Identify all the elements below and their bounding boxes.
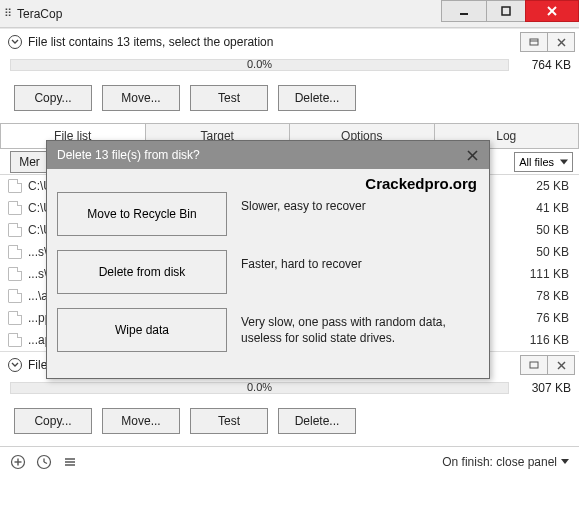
file-icon bbox=[8, 223, 22, 237]
progress-bar: 0.0% bbox=[10, 382, 509, 394]
dialog-option-button[interactable]: Wipe data bbox=[57, 308, 227, 352]
file-icon bbox=[8, 245, 22, 259]
close-panel-button[interactable] bbox=[547, 355, 575, 375]
dialog-option-button[interactable]: Delete from disk bbox=[57, 250, 227, 294]
svg-rect-1 bbox=[502, 7, 510, 15]
copy-button[interactable]: Copy... bbox=[14, 85, 92, 111]
filter-select[interactable]: All files bbox=[514, 152, 573, 172]
dialog-option-desc: Slower, easy to recover bbox=[241, 192, 366, 214]
file-size: 76 KB bbox=[509, 311, 569, 325]
file-icon bbox=[8, 333, 22, 347]
watermark: Crackedpro.org bbox=[57, 173, 479, 192]
dialog-option-button[interactable]: Move to Recycle Bin bbox=[57, 192, 227, 236]
dialog-close-button[interactable] bbox=[461, 145, 483, 165]
move-button[interactable]: Move... bbox=[102, 408, 180, 434]
test-button[interactable]: Test bbox=[190, 85, 268, 111]
file-icon bbox=[8, 289, 22, 303]
menu-button[interactable] bbox=[58, 451, 82, 473]
svg-rect-8 bbox=[530, 362, 538, 368]
file-size: 25 KB bbox=[509, 179, 569, 193]
dialog-option-desc: Very slow, one pass with random data, us… bbox=[241, 308, 465, 346]
history-button[interactable] bbox=[32, 451, 56, 473]
minimize-button[interactable] bbox=[441, 0, 487, 22]
collapse-icon[interactable] bbox=[8, 358, 22, 372]
maximize-panel-button[interactable] bbox=[520, 32, 548, 52]
window-title: TeraCop bbox=[17, 7, 442, 21]
file-icon bbox=[8, 311, 22, 325]
progress-pct: 0.0% bbox=[247, 381, 272, 393]
file-size: 41 KB bbox=[509, 201, 569, 215]
file-icon bbox=[8, 267, 22, 281]
total-size: 764 KB bbox=[519, 58, 571, 72]
merge-button[interactable]: Mer bbox=[10, 151, 48, 173]
dialog-title: Delete 13 file(s) from disk? bbox=[57, 148, 200, 162]
delete-button[interactable]: Delete... bbox=[278, 85, 356, 111]
file-size: 50 KB bbox=[509, 223, 569, 237]
maximize-panel-button[interactable] bbox=[520, 355, 548, 375]
maximize-button[interactable] bbox=[486, 0, 526, 22]
total-size: 307 KB bbox=[519, 381, 571, 395]
info-text: File list contains 13 items, select the … bbox=[28, 35, 273, 49]
file-icon bbox=[8, 179, 22, 193]
status-bar: On finish: close panel bbox=[0, 446, 579, 476]
close-panel-button[interactable] bbox=[547, 32, 575, 52]
file-icon bbox=[8, 201, 22, 215]
close-button[interactable] bbox=[525, 0, 579, 22]
copy-button[interactable]: Copy... bbox=[14, 408, 92, 434]
collapse-icon[interactable] bbox=[8, 35, 22, 49]
progress-bar: 0.0% bbox=[10, 59, 509, 71]
chevron-down-icon[interactable] bbox=[561, 459, 569, 464]
on-finish-label[interactable]: On finish: close panel bbox=[442, 455, 557, 469]
progress-pct: 0.0% bbox=[247, 58, 272, 70]
delete-button[interactable]: Delete... bbox=[278, 408, 356, 434]
file-size: 50 KB bbox=[509, 245, 569, 259]
add-button[interactable] bbox=[6, 451, 30, 473]
dialog-option-desc: Faster, hard to recover bbox=[241, 250, 362, 272]
file-size: 116 KB bbox=[509, 333, 569, 347]
file-size: 111 KB bbox=[509, 267, 569, 281]
delete-dialog: Delete 13 file(s) from disk? Crackedpro.… bbox=[46, 140, 490, 379]
titlebar: ⠿ TeraCop bbox=[0, 0, 579, 28]
move-button[interactable]: Move... bbox=[102, 85, 180, 111]
svg-line-16 bbox=[44, 462, 47, 464]
app-icon: ⠿ bbox=[4, 7, 11, 20]
file-size: 78 KB bbox=[509, 289, 569, 303]
svg-rect-4 bbox=[530, 39, 538, 45]
test-button[interactable]: Test bbox=[190, 408, 268, 434]
